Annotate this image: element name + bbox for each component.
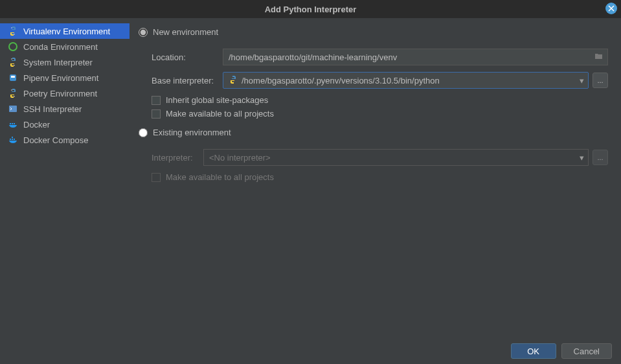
inherit-checkbox-row: Inherit global site-packages	[135, 95, 608, 105]
sidebar-item-label: SSH Interpreter	[23, 104, 82, 114]
svg-rect-9	[9, 106, 17, 112]
base-interpreter-dropdown[interactable]: /home/bgasparotto/.pyenv/versions/3.10.5…	[223, 72, 589, 89]
sidebar-item-conda[interactable]: Conda Environment	[0, 39, 130, 54]
inherit-label: Inherit global site-packages	[166, 95, 268, 105]
python-icon	[8, 26, 18, 36]
window-titlebar: Add Python Interpreter	[0, 0, 621, 18]
svg-rect-6	[11, 76, 15, 78]
make-available-checkbox-row: Make available to all projects	[135, 109, 608, 119]
svg-point-0	[11, 27, 12, 28]
conda-icon	[8, 41, 18, 52]
cancel-button[interactable]: Cancel	[561, 343, 612, 359]
sidebar: Virtualenv Environment Conda Environment…	[0, 18, 130, 338]
new-environment-label: New environment	[153, 27, 218, 37]
browse-button[interactable]: ...	[593, 73, 608, 88]
new-environment-radio-row: New environment	[135, 27, 608, 37]
make-available2-checkbox	[152, 173, 161, 182]
svg-point-2	[9, 43, 17, 51]
sidebar-item-label: Poetry Environment	[23, 89, 97, 98]
python-icon	[8, 57, 18, 67]
new-environment-radio[interactable]	[139, 28, 148, 37]
location-row: Location: /home/bgasparotto/git/machine-…	[135, 49, 608, 65]
make-available2-label: Make available to all projects	[166, 172, 274, 182]
sidebar-item-label: System Interpreter	[23, 58, 93, 67]
folder-icon[interactable]	[594, 52, 604, 63]
sidebar-item-pipenv[interactable]: Pipenv Environment	[0, 70, 130, 85]
close-button[interactable]	[605, 3, 617, 14]
pipenv-icon	[8, 73, 18, 83]
sidebar-item-docker-compose[interactable]: Docker Compose	[0, 132, 130, 148]
sidebar-item-label: Conda Environment	[23, 42, 98, 52]
svg-point-7	[11, 89, 12, 90]
location-input[interactable]: /home/bgasparotto/git/machine-learning/v…	[223, 49, 608, 65]
interpreter-row: Interpreter: <No interpreter> ▾ ...	[135, 149, 608, 166]
footer: OK Cancel	[0, 338, 621, 364]
main-container: Virtualenv Environment Conda Environment…	[0, 18, 621, 338]
svg-rect-11	[12, 123, 13, 124]
sidebar-item-system[interactable]: System Interpreter	[0, 54, 130, 70]
svg-point-8	[14, 96, 14, 97]
inherit-checkbox[interactable]	[152, 96, 161, 105]
svg-rect-15	[14, 139, 15, 140]
sidebar-item-label: Pipenv Environment	[23, 73, 98, 83]
base-interpreter-row: Base interpreter: /home/bgasparotto/.pye…	[135, 72, 608, 89]
sidebar-item-poetry[interactable]: Poetry Environment	[0, 85, 130, 101]
svg-rect-13	[10, 139, 11, 140]
sidebar-item-virtualenv[interactable]: Virtualenv Environment	[0, 23, 130, 39]
existing-environment-radio[interactable]	[139, 128, 148, 137]
interpreter-dropdown: <No interpreter> ▾	[203, 149, 589, 166]
svg-rect-14	[12, 139, 13, 140]
location-label: Location:	[152, 52, 223, 62]
ssh-icon	[8, 104, 18, 114]
sidebar-item-ssh[interactable]: SSH Interpreter	[0, 101, 130, 117]
base-interpreter-value: /home/bgasparotto/.pyenv/versions/3.10.5…	[242, 76, 440, 85]
svg-point-3	[11, 58, 12, 59]
existing-environment-radio-row: Existing environment	[135, 128, 608, 137]
make-available2-checkbox-row: Make available to all projects	[135, 172, 608, 182]
make-available-label: Make available to all projects	[166, 109, 274, 119]
sidebar-item-label: Virtualenv Environment	[23, 27, 110, 36]
make-available-checkbox[interactable]	[152, 109, 161, 119]
svg-point-4	[14, 65, 14, 65]
docker-icon	[8, 119, 18, 130]
browse-button-disabled: ...	[593, 150, 608, 165]
svg-rect-12	[14, 123, 15, 124]
python-icon	[229, 75, 238, 86]
svg-point-1	[14, 34, 14, 34]
base-interpreter-label: Base interpreter:	[152, 76, 223, 85]
chevron-down-icon: ▾	[580, 76, 584, 85]
python-icon	[8, 88, 18, 98]
svg-rect-10	[10, 123, 11, 124]
interpreter-label: Interpreter:	[152, 153, 203, 163]
content-panel: New environment Location: /home/bgasparo…	[130, 18, 621, 338]
location-value: /home/bgasparotto/git/machine-learning/v…	[229, 52, 397, 62]
sidebar-item-docker[interactable]: Docker	[0, 117, 130, 132]
existing-environment-label: Existing environment	[153, 128, 231, 137]
sidebar-item-label: Docker Compose	[23, 135, 88, 145]
close-icon	[608, 5, 615, 12]
interpreter-placeholder: <No interpreter>	[209, 153, 271, 163]
ok-button[interactable]: OK	[511, 343, 556, 359]
chevron-down-icon: ▾	[580, 153, 584, 163]
docker-compose-icon	[8, 135, 18, 145]
svg-rect-16	[12, 137, 13, 138]
sidebar-item-label: Docker	[23, 120, 50, 130]
window-title: Add Python Interpreter	[265, 5, 357, 14]
